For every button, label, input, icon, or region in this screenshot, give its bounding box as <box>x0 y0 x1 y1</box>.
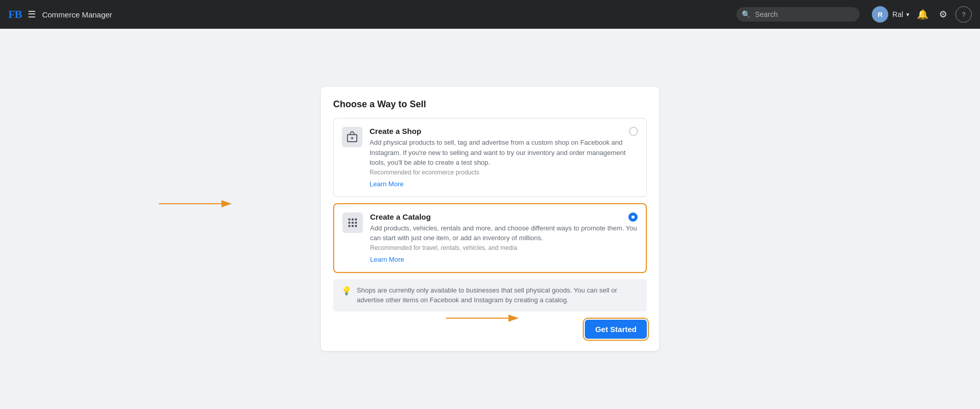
svg-rect-7 <box>352 222 354 224</box>
shop-option-desc: Add physical products to sell, tag and a… <box>370 138 638 168</box>
create-shop-option[interactable]: Create a Shop Add physical products to s… <box>333 118 647 197</box>
svg-rect-5 <box>355 219 357 221</box>
help-icon[interactable]: ? <box>955 6 972 23</box>
svg-rect-3 <box>349 219 351 221</box>
chevron-down-icon: ▼ <box>905 12 910 17</box>
shop-learn-more-link[interactable]: Learn More <box>370 180 403 188</box>
catalog-option-title: Create a Catalog <box>370 212 638 221</box>
lightbulb-icon: 💡 <box>341 286 352 296</box>
svg-rect-9 <box>349 225 351 227</box>
svg-rect-10 <box>352 225 354 227</box>
svg-rect-8 <box>355 222 357 224</box>
user-name[interactable]: Ral ▼ <box>892 10 910 18</box>
catalog-option-desc: Add products, vehicles, rentals and more… <box>370 223 638 243</box>
avatar[interactable]: R <box>872 6 888 23</box>
create-catalog-option[interactable]: Create a Catalog Add products, vehicles,… <box>333 203 647 273</box>
shop-option-title: Create a Shop <box>370 127 638 135</box>
app-title: Commerce Manager <box>42 10 112 19</box>
card-title: Choose a Way to Sell <box>333 99 647 110</box>
shop-option-content: Create a Shop Add physical products to s… <box>370 127 638 188</box>
svg-rect-6 <box>349 222 351 224</box>
search-bar[interactable]: 🔍 <box>737 7 860 22</box>
get-started-button[interactable]: Get Started <box>585 320 647 339</box>
svg-rect-11 <box>355 225 357 227</box>
notifications-icon[interactable]: 🔔 <box>914 6 931 23</box>
info-box: 💡 Shops are currently only available to … <box>333 279 647 311</box>
top-navigation: FB ☰ Commerce Manager 🔍 R Ral ▼ 🔔 ⚙ ? <box>0 0 980 29</box>
catalog-icon <box>342 212 363 233</box>
topnav-actions: R Ral ▼ 🔔 ⚙ ? <box>872 6 972 23</box>
choose-sell-card: Choose a Way to Sell Create a Shop Add p… <box>321 87 659 351</box>
menu-icon[interactable]: ☰ <box>28 9 36 20</box>
shop-option-rec: Recommended for ecommerce products <box>370 169 638 176</box>
info-text: Shops are currently only available to bu… <box>357 285 639 305</box>
catalog-option-content: Create a Catalog Add products, vehicles,… <box>370 212 638 264</box>
svg-rect-4 <box>352 219 354 221</box>
catalog-radio[interactable] <box>628 212 638 222</box>
card-footer: Get Started <box>333 320 647 339</box>
shop-icon <box>342 127 362 147</box>
main-content: Choose a Way to Sell Create a Shop Add p… <box>0 0 980 409</box>
catalog-option-rec: Recommended for travel, rentals, vehicle… <box>370 244 638 251</box>
catalog-learn-more-link[interactable]: Learn More <box>370 256 404 263</box>
search-input[interactable] <box>737 7 860 22</box>
fb-logo: FB <box>8 8 22 21</box>
search-icon: 🔍 <box>742 10 750 18</box>
settings-icon[interactable]: ⚙ <box>935 6 951 23</box>
